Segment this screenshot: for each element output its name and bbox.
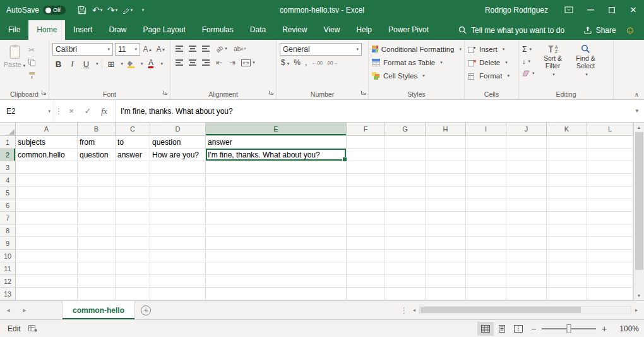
cell-I11[interactable]	[466, 262, 506, 275]
inking-button[interactable]: ▾	[121, 3, 134, 17]
undo-button[interactable]: ↶▾	[91, 3, 104, 17]
cell-I9[interactable]	[466, 237, 506, 250]
cell-B5[interactable]	[78, 187, 116, 199]
cell-C3[interactable]	[116, 161, 150, 174]
wrap-text-button[interactable]: ab↩	[232, 43, 248, 54]
column-header-E[interactable]: E	[206, 123, 347, 136]
cell-I4[interactable]	[466, 174, 506, 187]
accounting-format-button[interactable]: $▾	[281, 58, 289, 67]
cell-I7[interactable]	[466, 212, 506, 224]
fill-color-button[interactable]	[125, 58, 137, 70]
ribbon-tab-data[interactable]: Data	[242, 20, 274, 40]
next-sheet-button[interactable]: ▸	[16, 301, 33, 319]
new-sheet-button[interactable]: +	[135, 301, 157, 319]
cell-D3[interactable]	[150, 161, 206, 174]
horizontal-scroll-track[interactable]	[419, 306, 631, 314]
cell-H6[interactable]	[426, 199, 466, 212]
column-header-C[interactable]: C	[116, 123, 150, 136]
cell-C10[interactable]	[116, 250, 150, 262]
cell-B8[interactable]	[78, 224, 116, 237]
increase-font-size-button[interactable]: A▲	[142, 44, 153, 55]
cell-F7[interactable]	[347, 212, 385, 224]
cell-G8[interactable]	[385, 224, 426, 237]
autosave-toggle[interactable]: Off	[43, 6, 66, 15]
cell-D13[interactable]	[150, 288, 206, 300]
cell-F3[interactable]	[347, 161, 385, 174]
cell-F6[interactable]	[347, 199, 385, 212]
ribbon-tab-page-layout[interactable]: Page Layout	[134, 20, 193, 40]
cell-J5[interactable]	[506, 187, 547, 199]
fill-button[interactable]: ↓▾	[522, 56, 535, 66]
formula-bar-splitter[interactable]: ⋮	[54, 100, 63, 122]
cell-I10[interactable]	[466, 250, 506, 262]
align-top-button[interactable]	[174, 43, 185, 54]
cell-F9[interactable]	[347, 237, 385, 250]
cell-F13[interactable]	[347, 288, 385, 300]
cell-J9[interactable]	[506, 237, 547, 250]
cell-G4[interactable]	[385, 174, 426, 187]
sort-filter-button[interactable]: AZ Sort & Filter ▾	[539, 43, 568, 89]
italic-button[interactable]: I	[66, 58, 78, 70]
cell-G2[interactable]	[385, 149, 426, 161]
cell-A7[interactable]	[16, 212, 78, 224]
cell-C6[interactable]	[116, 199, 150, 212]
cell-D10[interactable]	[150, 250, 206, 262]
cell-D4[interactable]	[150, 174, 206, 187]
scroll-right-icon[interactable]: ▸	[631, 307, 641, 313]
align-left-button[interactable]	[174, 57, 185, 68]
ribbon-tab-review[interactable]: Review	[274, 20, 315, 40]
cell-B13[interactable]	[78, 288, 116, 300]
cell-E12[interactable]	[206, 275, 347, 288]
increase-indent-button[interactable]: ⇥	[227, 57, 238, 68]
cell-H11[interactable]	[426, 262, 466, 275]
row-header-13[interactable]: 13	[0, 288, 16, 300]
cell-K11[interactable]	[547, 262, 587, 275]
cell-G13[interactable]	[385, 288, 426, 300]
share-button[interactable]: Share	[583, 20, 616, 40]
row-header-9[interactable]: 9	[0, 237, 16, 250]
column-header-H[interactable]: H	[426, 123, 466, 136]
cell-I3[interactable]	[466, 161, 506, 174]
cell-styles-button[interactable]: Cell Styles▾	[372, 70, 462, 82]
cell-F1[interactable]	[347, 136, 385, 149]
insert-cells-button[interactable]: Insert▾	[468, 43, 516, 56]
conditional-formatting-button[interactable]: Conditional Formatting▾	[372, 43, 462, 56]
enter-button[interactable]: ✓	[80, 106, 96, 116]
cell-E4[interactable]	[206, 174, 347, 187]
cell-H4[interactable]	[426, 174, 466, 187]
zoom-slider[interactable]	[542, 323, 596, 334]
clear-button[interactable]: ▾	[522, 68, 535, 78]
font-color-button[interactable]: A	[145, 58, 157, 70]
cell-H12[interactable]	[426, 275, 466, 288]
decrease-decimal-button[interactable]: .00→	[326, 60, 337, 66]
cell-E1[interactable]: answer	[206, 136, 347, 149]
decrease-indent-button[interactable]: ⇤	[213, 57, 225, 68]
align-bottom-button[interactable]	[200, 43, 212, 54]
row-header-11[interactable]: 11	[0, 262, 16, 275]
cell-D9[interactable]	[150, 237, 206, 250]
cell-K2[interactable]	[547, 149, 587, 161]
cell-B1[interactable]: from	[78, 136, 116, 149]
cell-J13[interactable]	[506, 288, 547, 300]
row-header-8[interactable]: 8	[0, 224, 16, 237]
column-header-J[interactable]: J	[506, 123, 547, 136]
number-dialog-launcher[interactable]	[361, 89, 366, 97]
cell-B10[interactable]	[78, 250, 116, 262]
cell-L7[interactable]	[587, 212, 633, 224]
cell-L13[interactable]	[587, 288, 633, 300]
redo-button[interactable]: ↷▾	[106, 3, 119, 17]
cell-A10[interactable]	[16, 250, 78, 262]
copy-button[interactable]	[28, 58, 35, 68]
cell-G5[interactable]	[385, 187, 426, 199]
cell-F2[interactable]	[347, 149, 385, 161]
cell-K10[interactable]	[547, 250, 587, 262]
cell-B4[interactable]	[78, 174, 116, 187]
clipboard-dialog-launcher[interactable]	[41, 89, 47, 97]
collapse-ribbon-button[interactable]: ∧	[635, 91, 639, 98]
font-size-select[interactable]: 11▾	[115, 43, 140, 56]
cell-K13[interactable]	[547, 288, 587, 300]
cell-K3[interactable]	[547, 161, 587, 174]
vertical-scroll-thumb[interactable]	[635, 132, 643, 270]
cell-J6[interactable]	[506, 199, 547, 212]
cell-G1[interactable]	[385, 136, 426, 149]
